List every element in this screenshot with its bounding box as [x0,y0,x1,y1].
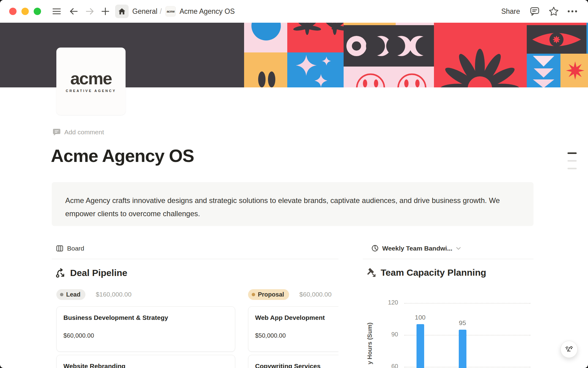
comment-bubble-icon [53,128,61,136]
page-icon-brand: acme [70,70,111,87]
cover-tile-outline-smileys [344,67,434,87]
pie-clock-icon [371,244,379,252]
breadcrumb-separator: / [160,7,162,16]
cover-tile-star [560,54,588,87]
deal-card-title: Business Development & Strategy [63,314,228,321]
toc-item-active [567,152,577,154]
deal-pipeline-label: Deal Pipeline [70,268,127,278]
capacity-bar-chart: y Hours (Sum) 120 90 60 100 95 [363,288,533,368]
cover-tile-pink-circle [244,23,287,52]
cover-tile-sparkles [287,52,344,87]
status-label: Proposal [258,291,284,298]
deal-card-amount: $50,000.00 [255,332,338,339]
page-title[interactable]: Acme Agency OS [51,145,194,166]
deal-card-title: Copywriting Services [255,362,338,368]
close-window-button[interactable] [9,8,17,15]
cover-tile-eye [527,25,586,54]
cover-tile-flower [434,23,527,87]
bar-value-label: 95 [453,319,472,327]
capacity-bar[interactable] [459,330,466,368]
share-button[interactable]: Share [501,7,520,16]
sidebar-menu-icon[interactable] [52,8,61,15]
cover-tile-sliver-pink [396,23,434,25]
y-axis-label: y Hours (Sum) [366,319,374,368]
board-view-icon [56,244,64,252]
tab-board-view[interactable]: Board [56,244,84,252]
team-capacity-heading[interactable]: Team Capacity Planning [366,267,486,278]
cover-tile-triangles [527,54,560,87]
notion-ai-button[interactable] [560,341,578,358]
gridline [404,303,530,304]
status-label: Lead [66,291,81,298]
cover-tile-smiley [244,52,287,87]
status-dot-icon [252,293,255,296]
hammer-icon [366,267,377,278]
deal-card[interactable]: Website Rebranding [56,355,235,368]
cover-tile-sliver-orange [344,23,396,25]
board-section-divider [52,259,338,259]
deal-pipeline-board: Lead $160,000.00 Business Development & … [52,288,338,368]
cover-tile-edge-blue [586,23,588,54]
deal-card[interactable]: Copywriting Services [248,355,338,368]
team-capacity-label: Team Capacity Planning [381,267,486,278]
status-badge-proposal: Proposal [248,289,289,300]
window-titlebar: General / acme Acme Agency OS Share [0,0,588,23]
app-window: General / acme Acme Agency OS Share [0,0,588,368]
column-sum: $160,000.00 [96,291,132,298]
add-comment-button[interactable]: Add comment [53,128,104,136]
deal-card[interactable]: Business Development & Strategy $60,000.… [56,306,235,352]
toc-item [567,160,577,162]
tab-weekly-team-bandwidth[interactable]: Weekly Team Bandwi... [371,244,461,252]
minimize-window-button[interactable] [21,8,29,15]
cover-tile-leaves [287,23,344,52]
pipeline-icon [55,267,66,278]
page-icon[interactable]: acme CREATIVE AGENCY [56,48,126,115]
cover-tile-oddc-shapes [344,25,434,67]
deal-card[interactable]: Web App Development $50,000.00 [248,306,338,352]
bar-value-label: 100 [411,314,429,321]
status-badge-lead: Lead [56,289,85,300]
status-dot-icon [60,293,63,296]
chevron-down-icon [456,246,461,251]
ai-face-icon [564,344,574,354]
back-icon[interactable] [69,7,78,15]
cover-tile-sliver-red [527,23,586,25]
deal-card-title: Web App Development [255,314,338,321]
deal-card-amount: $60,000.00 [63,332,228,339]
y-axis-tick: 90 [380,331,398,338]
new-tab-icon[interactable] [101,7,110,16]
breadcrumb-page-icon[interactable]: acme [165,6,176,17]
table-of-contents-indicator[interactable] [567,152,577,175]
board-column-proposal: Proposal $60,000.00 Web App Development … [248,288,338,368]
comments-icon[interactable] [529,6,540,17]
y-axis-tick: 60 [380,363,398,368]
description-text: Acme Agency crafts innovative designs an… [65,196,500,218]
more-options-icon[interactable] [567,10,578,13]
y-axis-tick: 120 [380,299,398,306]
breadcrumb-page[interactable]: Acme Agency OS [179,7,235,16]
home-icon[interactable] [115,5,129,18]
deal-pipeline-heading[interactable]: Deal Pipeline [55,267,127,278]
add-comment-label: Add comment [64,128,104,136]
description-callout[interactable]: Acme Agency crafts innovative designs an… [52,182,533,226]
board-column-lead: Lead $160,000.00 Business Development & … [56,288,235,368]
forward-icon[interactable] [85,7,94,15]
toc-item [567,168,577,169]
chart-section-divider [363,259,533,259]
zoom-window-button[interactable] [34,8,41,15]
favorite-star-icon[interactable] [548,6,559,17]
deal-card-title: Website Rebranding [63,362,228,368]
page-icon-tagline: CREATIVE AGENCY [66,89,116,93]
column-sum: $60,000.00 [300,291,332,298]
board-tab-label: Board [67,245,84,252]
capacity-bar[interactable] [417,324,424,368]
chart-view-tab-label: Weekly Team Bandwi... [382,245,452,252]
breadcrumb-root[interactable]: General [132,7,157,16]
